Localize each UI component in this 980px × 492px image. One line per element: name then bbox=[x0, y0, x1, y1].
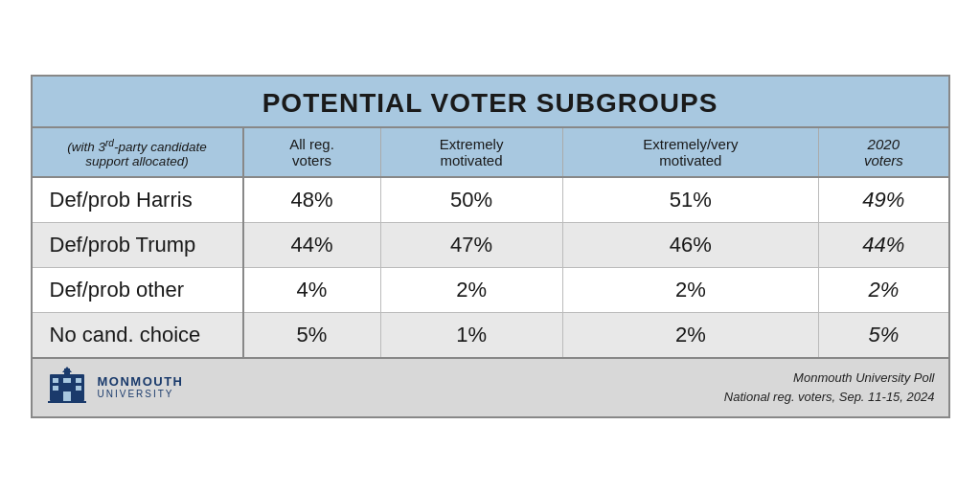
monmouth-logo-icon bbox=[46, 367, 88, 409]
cell-value: 48% bbox=[243, 177, 381, 223]
cell-category: Def/prob Trump bbox=[33, 222, 243, 267]
svg-rect-4 bbox=[76, 378, 81, 383]
table-header-row: (with 3rd-party candidatesupport allocat… bbox=[33, 128, 948, 177]
cell-value: 49% bbox=[819, 177, 948, 223]
svg-rect-3 bbox=[63, 378, 71, 383]
data-table: (with 3rd-party candidatesupport allocat… bbox=[33, 128, 948, 357]
logo-text: MONMOUTH UNIVERSITY bbox=[98, 374, 184, 401]
citation-line2: National reg. voters, Sep. 11-15, 2024 bbox=[724, 388, 935, 407]
cell-value: 47% bbox=[380, 222, 562, 267]
svg-rect-6 bbox=[76, 386, 81, 391]
cell-value: 50% bbox=[380, 177, 562, 223]
logo-name-line1: MONMOUTH bbox=[98, 374, 184, 390]
cell-value: 5% bbox=[819, 312, 948, 357]
cell-value: 2% bbox=[380, 267, 562, 312]
logo-name-line2: UNIVERSITY bbox=[98, 389, 184, 400]
footer-citation: Monmouth University Poll National reg. v… bbox=[724, 369, 935, 406]
table-wrapper: (with 3rd-party candidatesupport allocat… bbox=[33, 128, 948, 357]
cell-value: 51% bbox=[562, 177, 819, 223]
cell-value: 1% bbox=[380, 312, 562, 357]
citation-line1: Monmouth University Poll bbox=[724, 369, 935, 388]
cell-category: Def/prob other bbox=[33, 267, 243, 312]
cell-value: 4% bbox=[243, 267, 381, 312]
svg-marker-8 bbox=[62, 367, 72, 372]
footer-logo: MONMOUTH UNIVERSITY bbox=[46, 367, 184, 409]
cell-value: 44% bbox=[243, 222, 381, 267]
cell-value: 2% bbox=[562, 267, 819, 312]
col-header-category: (with 3rd-party candidatesupport allocat… bbox=[33, 128, 243, 177]
svg-rect-5 bbox=[53, 386, 58, 391]
table-row: Def/prob Trump44%47%46%44% bbox=[33, 222, 948, 267]
col-header-extremely: Extremelymotivated bbox=[380, 128, 562, 177]
cell-value: 46% bbox=[562, 222, 819, 267]
cell-category: No cand. choice bbox=[33, 312, 243, 357]
chart-title: POTENTIAL VOTER SUBGROUPS bbox=[42, 88, 939, 119]
footer: MONMOUTH UNIVERSITY Monmouth University … bbox=[33, 357, 948, 416]
table-row: Def/prob other4%2%2%2% bbox=[33, 267, 948, 312]
col-header-2020: 2020voters bbox=[819, 128, 948, 177]
svg-rect-2 bbox=[53, 378, 58, 383]
card-header: POTENTIAL VOTER SUBGROUPS bbox=[33, 77, 948, 128]
table-row: Def/prob Harris48%50%51%49% bbox=[33, 177, 948, 223]
main-card: POTENTIAL VOTER SUBGROUPS (with 3rd-part… bbox=[31, 75, 950, 418]
cell-value: 5% bbox=[243, 312, 381, 357]
cell-value: 2% bbox=[562, 312, 819, 357]
cell-value: 2% bbox=[819, 267, 948, 312]
svg-rect-9 bbox=[48, 401, 86, 403]
svg-rect-1 bbox=[63, 391, 71, 401]
cell-value: 44% bbox=[819, 222, 948, 267]
table-body: Def/prob Harris48%50%51%49%Def/prob Trum… bbox=[33, 177, 948, 357]
table-row: No cand. choice5%1%2%5% bbox=[33, 312, 948, 357]
col-header-all-reg: All reg.voters bbox=[243, 128, 381, 177]
cell-category: Def/prob Harris bbox=[33, 177, 243, 223]
col-header-extremely-very: Extremely/verymotivated bbox=[562, 128, 819, 177]
